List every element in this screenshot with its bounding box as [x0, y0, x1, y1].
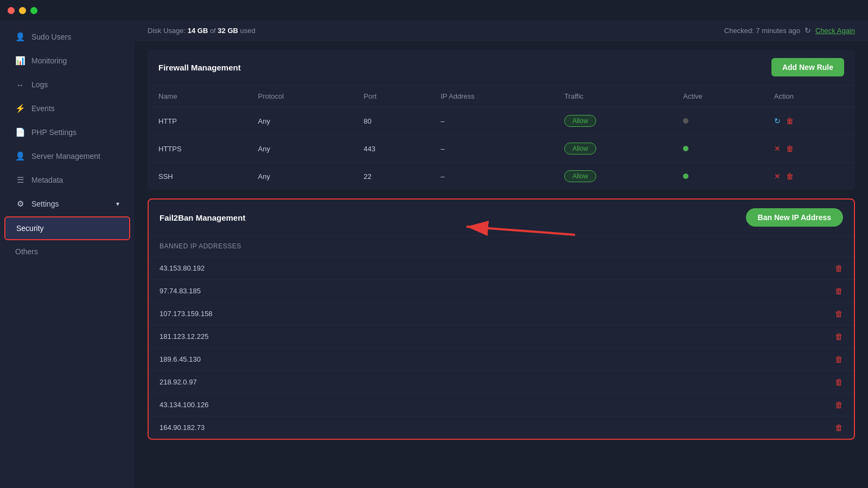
fw-action[interactable]: ↻ 🗑	[763, 107, 855, 135]
delete-banned-ip-icon[interactable]: 🗑	[835, 400, 843, 409]
sidebar-item-label: Settings	[31, 200, 59, 208]
firewall-table: Name Protocol Port IP Address Traffic Ac…	[148, 86, 855, 190]
fw-port: 443	[353, 135, 430, 163]
fw-traffic: Allow	[553, 163, 672, 190]
fw-action[interactable]: ✕ 🗑	[763, 135, 855, 163]
sidebar-item-label: Server Management	[31, 152, 100, 160]
chevron-down-icon: ▾	[116, 200, 119, 208]
sidebar-item-others[interactable]: Others	[4, 241, 130, 262]
check-again-button[interactable]: Check Again	[815, 27, 855, 35]
banned-ip-address: 43.153.80.192	[159, 264, 205, 272]
fw-active	[672, 135, 763, 163]
delete-banned-ip-icon[interactable]: 🗑	[835, 264, 843, 273]
delete-banned-ip-icon[interactable]: 🗑	[835, 377, 843, 387]
disk-used: 14 GB	[188, 27, 208, 35]
list-item: 107.173.159.158 🗑	[149, 302, 854, 325]
list-item: 189.6.45.130 🗑	[149, 348, 854, 370]
php-settings-icon: 📄	[15, 127, 25, 137]
main-content: Disk Usage: 14 GB of 32 GB used Checked:…	[135, 21, 868, 488]
delete-banned-ip-icon[interactable]: 🗑	[835, 309, 843, 318]
sidebar-item-php-settings[interactable]: 📄 PHP Settings	[4, 121, 130, 144]
refresh-icon: ↻	[805, 26, 811, 35]
sidebar-sub-label: Security	[16, 224, 44, 233]
banned-ip-address: 218.92.0.97	[159, 378, 197, 386]
col-action: Action	[763, 86, 855, 107]
delete-icon[interactable]: 🗑	[786, 144, 794, 153]
disk-of: of	[208, 27, 218, 35]
fw-port: 80	[353, 107, 430, 135]
fw-action[interactable]: ✕ 🗑	[763, 163, 855, 190]
firewall-panel: Firewall Management Add New Rule Name Pr…	[148, 49, 855, 190]
close-dot[interactable]	[8, 7, 15, 14]
sidebar-item-security[interactable]: Security	[4, 216, 130, 240]
titlebar	[0, 0, 868, 21]
sidebar-sub-items: Security Others	[0, 216, 135, 263]
list-item: 218.92.0.97 🗑	[149, 370, 854, 393]
fw-traffic: Allow	[553, 107, 672, 135]
topbar: Disk Usage: 14 GB of 32 GB used Checked:…	[135, 21, 868, 41]
disk-total: 32 GB	[218, 27, 238, 35]
table-row: SSH Any 22 – Allow ✕ 🗑	[148, 163, 855, 190]
list-item: 43.134.100.126 🗑	[149, 393, 854, 416]
monitoring-icon: 📊	[15, 56, 25, 66]
col-name: Name	[148, 86, 247, 107]
delete-banned-ip-icon[interactable]: 🗑	[835, 332, 843, 341]
sidebar-item-sudo-users[interactable]: 👤 Sudo Users	[4, 25, 130, 48]
fail2ban-title: Fail2Ban Management	[159, 213, 245, 222]
server-management-icon: 👤	[15, 151, 25, 161]
fw-name: HTTP	[148, 107, 247, 135]
edit-icon[interactable]: ↻	[774, 117, 781, 125]
sidebar-item-label: Events	[31, 104, 55, 113]
sidebar-item-server-management[interactable]: 👤 Server Management	[4, 145, 130, 168]
sidebar-item-monitoring[interactable]: 📊 Monitoring	[4, 49, 130, 72]
ban-new-ip-button[interactable]: Ban New IP Address	[746, 208, 843, 227]
fw-name: SSH	[148, 163, 247, 190]
close-icon[interactable]: ✕	[774, 144, 781, 153]
sidebar-item-metadata[interactable]: ☰ Metadata	[4, 169, 130, 191]
fw-ip: –	[430, 135, 553, 163]
col-protocol: Protocol	[247, 86, 353, 107]
disk-label: Disk Usage:	[148, 27, 188, 35]
sidebar-item-label: Monitoring	[31, 56, 67, 65]
logs-icon: ↔	[15, 80, 25, 89]
firewall-panel-title: Firewall Management	[158, 63, 241, 72]
delete-icon[interactable]: 🗑	[786, 117, 794, 125]
delete-banned-ip-icon[interactable]: 🗑	[835, 286, 843, 296]
fail2ban-header: Fail2Ban Management Ban New IP Address	[149, 200, 854, 236]
list-item: 181.123.12.225 🗑	[149, 325, 854, 348]
banned-ip-items: 43.153.80.192 🗑 97.74.83.185 🗑 107.173.1…	[149, 256, 854, 439]
banned-ip-address: 107.173.159.158	[159, 310, 213, 318]
col-port: Port	[353, 86, 430, 107]
maximize-dot[interactable]	[30, 7, 37, 14]
firewall-panel-header: Firewall Management Add New Rule	[148, 49, 855, 86]
add-new-rule-button[interactable]: Add New Rule	[771, 58, 844, 76]
disk-usage-info: Disk Usage: 14 GB of 32 GB used	[148, 27, 256, 35]
fw-protocol: Any	[247, 135, 353, 163]
table-row: HTTP Any 80 – Allow ↻ 🗑	[148, 107, 855, 135]
checked-time: Checked: 7 minutes ago	[724, 27, 800, 35]
disk-suffix: used	[238, 27, 256, 35]
events-icon: ⚡	[15, 104, 25, 113]
app-layout: 👤 Sudo Users 📊 Monitoring ↔ Logs ⚡ Event…	[0, 21, 868, 488]
banned-ip-address: 43.134.100.126	[159, 401, 208, 409]
minimize-dot[interactable]	[19, 7, 26, 14]
table-row: HTTPS Any 443 – Allow ✕ 🗑	[148, 135, 855, 163]
metadata-icon: ☰	[15, 175, 25, 185]
close-icon[interactable]: ✕	[774, 172, 781, 181]
fw-name: HTTPS	[148, 135, 247, 163]
check-status: Checked: 7 minutes ago ↻ Check Again	[724, 26, 855, 35]
banned-ip-address: 189.6.45.130	[159, 355, 201, 363]
fw-protocol: Any	[247, 107, 353, 135]
delete-icon[interactable]: 🗑	[786, 172, 794, 181]
col-active: Active	[672, 86, 763, 107]
sidebar-item-settings[interactable]: ⚙ Settings ▾	[4, 192, 130, 215]
delete-banned-ip-icon[interactable]: 🗑	[835, 423, 843, 432]
delete-banned-ip-icon[interactable]: 🗑	[835, 355, 843, 364]
fw-port: 22	[353, 163, 430, 190]
fw-traffic: Allow	[553, 135, 672, 163]
list-item: 164.90.182.73 🗑	[149, 416, 854, 439]
sidebar-item-logs[interactable]: ↔ Logs	[4, 73, 130, 96]
sidebar-sub-label: Others	[15, 247, 38, 256]
sudo-users-icon: 👤	[15, 32, 25, 42]
sidebar-item-events[interactable]: ⚡ Events	[4, 97, 130, 120]
